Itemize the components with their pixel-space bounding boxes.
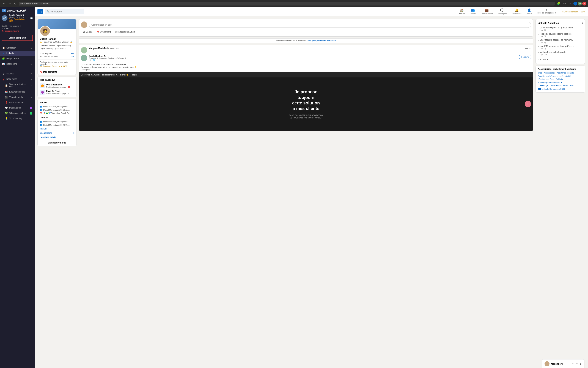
evenements-title[interactable]: Événements xyxy=(40,132,52,134)
sidebar-item-settings[interactable]: ⚙ Settings ▼ xyxy=(0,71,35,76)
messagerie-compose-icon[interactable]: ✏ xyxy=(576,362,578,365)
premium-button[interactable]: Réactivez Premium : - 50 % xyxy=(561,11,585,13)
solutions-link[interactable]: Solutions professionnelles ▾ xyxy=(538,81,583,84)
user-avatar-sn[interactable]: SN xyxy=(578,2,582,6)
pubs-link[interactable]: Préférences Pubs xyxy=(538,78,554,80)
browser-controls: 🧩 Auto + Li SN R xyxy=(556,2,586,6)
pages-title: Mes pages (2) xyxy=(40,79,74,81)
post-dots-icon[interactable]: ••• xyxy=(525,47,528,50)
sidebar-item-weekly-invitations[interactable]: 📋 Weekly invitations limit ↗ xyxy=(0,82,35,89)
sidebar-item-message-us[interactable]: 💬 Message us ⬤ xyxy=(0,105,35,110)
sidebar-item-dashboard[interactable]: 📊 Dashboard ▼ xyxy=(0,61,35,67)
post-action-article[interactable]: 📰 Rédiger un article xyxy=(113,30,137,34)
feed-selector-link[interactable]: Les plus pertinents d'abord ▼ xyxy=(308,40,336,42)
sidebar-item-plugin-store[interactable]: 🧩 Plug-in Store xyxy=(0,56,35,61)
nav-item-notifications[interactable]: 🔔 Notifications xyxy=(509,7,524,16)
infos-link[interactable]: Infos xyxy=(538,72,542,74)
follow-button[interactable]: + Suivre xyxy=(519,55,531,59)
nav-item-emploi[interactable]: 💼 Offres d'emploi xyxy=(478,7,495,16)
sidebar-item-tip-of-day[interactable]: 💡 Tip of the day xyxy=(0,116,35,121)
user-avatar-li[interactable]: Li xyxy=(573,2,577,6)
premium-link[interactable]: 🏅 Réactivez Premium : - 50 % xyxy=(40,65,74,67)
groupes-see-all[interactable]: Tout voir xyxy=(40,127,74,130)
my-items[interactable]: 🔖 Mes éléments xyxy=(38,69,76,74)
messagerie-collapse-icon[interactable]: ▲ xyxy=(579,362,582,365)
evenements-section: Événements + xyxy=(40,131,74,135)
nav-item-reseau[interactable]: 👥 Réseau xyxy=(467,7,478,16)
search-input[interactable] xyxy=(51,10,79,13)
news-item-3[interactable]: • Une IRM pour percer les mystères ... i… xyxy=(538,44,583,50)
pub-link[interactable]: Publicité xyxy=(556,78,563,80)
new-tab-button[interactable]: + xyxy=(569,2,572,5)
nav-item-messagerie[interactable]: 💬 Messagerie xyxy=(495,7,509,16)
linkedin-logo: in xyxy=(37,9,43,14)
groupe-item-0[interactable]: 👥 Rédaction web, stratégie de... xyxy=(40,120,74,123)
weekly-icon: 📋 xyxy=(5,84,8,87)
groupes-header: Groupes xyxy=(40,116,74,119)
sidebar-item-need-help[interactable]: ❓ Need help? ▲ xyxy=(0,76,35,82)
profile-nav-icon: 👤 xyxy=(527,8,531,12)
tip-icon: 💡 xyxy=(5,117,8,120)
bullet-2: • xyxy=(538,39,538,42)
profile-avatar-wrap: 👩 xyxy=(38,26,76,37)
news-item-2[interactable]: • Une "sécurité sociale" de l'aliment...… xyxy=(538,38,583,44)
page-item-ods[interactable]: 🟠 O.D.S occitanie Notifications de la pa… xyxy=(40,83,74,89)
post-action-media[interactable]: 🖼 Médias xyxy=(81,30,94,34)
download-app-link[interactable]: Téléchargez l'application LinkedIn xyxy=(538,84,568,86)
news-see-more[interactable]: Voir plus ▼ xyxy=(538,57,583,61)
create-campaign-button[interactable]: Create campaign xyxy=(2,35,33,41)
messagerie-dots-icon[interactable]: ••• xyxy=(572,362,574,365)
sidebar-item-linkedin[interactable]: in LinkedIn xyxy=(0,51,35,56)
sidebar-item-whatsapp[interactable]: 💚 WhatsApp with us ⬤ xyxy=(0,110,35,116)
news-info-icon[interactable]: ℹ xyxy=(582,21,583,24)
address-bar[interactable] xyxy=(19,2,555,6)
plus-link[interactable]: Plus xyxy=(570,84,573,86)
extensions-button[interactable]: 🧩 xyxy=(556,2,561,5)
linkedin-icon: in xyxy=(2,52,5,55)
sidebar-nav: 📋 Campaign ▲ in LinkedIn 🧩 Plug-in Store… xyxy=(0,44,35,68)
sidebar-item-campaign[interactable]: 📋 Campaign ▲ xyxy=(0,45,35,51)
reload-button[interactable]: ↻ xyxy=(13,2,17,6)
post-input[interactable] xyxy=(89,22,531,28)
forward-button[interactable]: → xyxy=(8,2,12,6)
next-slide-button[interactable]: › xyxy=(525,101,531,107)
add-event-button[interactable]: + xyxy=(73,131,74,135)
news-item-4[interactable]: • Malbouffe en salle de garde il y a 17 … xyxy=(538,50,583,56)
nav-item-enterprise[interactable]: ⊞ Pour les entreprises ▾ xyxy=(535,7,559,16)
conditions-link[interactable]: Conditions générales et confidentialité xyxy=(538,75,583,77)
post-action-event[interactable]: 📅 Événement xyxy=(95,30,113,34)
profile-stat-views[interactable]: Vues du profil 116 xyxy=(40,53,74,55)
sidebar-item-ask-support[interactable]: ❓ Ask for support xyxy=(0,100,35,105)
profile-stat-impressions[interactable]: Impressions de posts 1 064 xyxy=(40,55,74,57)
post-close-icon[interactable]: ✕ xyxy=(529,47,531,50)
recent-item-1[interactable]: 👥 Digital Marketing & AI: SEO, ... xyxy=(40,108,74,111)
en-decouvrir[interactable]: En découvrir plus xyxy=(40,140,74,144)
groupe-item-1[interactable]: 👥 Digital Marketing & AI: SEO, ... xyxy=(40,123,74,127)
user-avatar-r[interactable]: R xyxy=(582,2,586,6)
recent-item-2[interactable]: 📅 🏅🌲🎾 Tournoi de Beach So... xyxy=(40,111,74,115)
stat-count: 0 of 150 xyxy=(2,28,33,30)
news-item-1[interactable]: • Pigment, nouvelle licorne tricolore il… xyxy=(538,32,583,38)
post-author-name[interactable]: Sarah Gache • 2e xyxy=(89,55,517,57)
recent-item-0[interactable]: 👥 Rédaction web, stratégie de... xyxy=(40,105,74,108)
back-button[interactable]: ← xyxy=(2,2,6,6)
nav-item-vous[interactable]: 👤 Vous ▾ xyxy=(524,7,535,16)
nav-item-accueil[interactable]: 🏠 Accueil xyxy=(456,7,467,16)
sidebar-item-knowledge-base[interactable]: 📚 Knowledge base ↗ xyxy=(0,89,35,94)
author-avatar xyxy=(81,55,87,61)
notify-person[interactable]: Morgane Marti-Paris xyxy=(89,47,109,50)
accessibility-link[interactable]: Accessibilité xyxy=(544,72,555,74)
page-item-paye[interactable]: 🟣 Paye Ta Fleur Notifications de la page… xyxy=(40,89,74,95)
see-more-link[interactable]: ...voir plus xyxy=(81,69,90,71)
post-image-text: Je propose toujours cette solution à mes… xyxy=(285,85,327,123)
assistance-link[interactable]: Assistance clientèle xyxy=(557,72,574,74)
sidebar-item-video-tutorials[interactable]: 🎬 Video tutorials ↗ xyxy=(0,94,35,100)
feed-selector[interactable]: Sélectionner la vue du fil d'actualité :… xyxy=(79,38,533,43)
help-icon: ❓ xyxy=(2,78,5,81)
user-license: 14 days Pro license xyxy=(9,16,29,18)
profile-name[interactable]: Cécile Panzani xyxy=(40,37,74,40)
news-item-0[interactable]: • Le tourisme sportif en grande forme il… xyxy=(538,26,583,32)
hashtags-label[interactable]: Hashtags suivis xyxy=(40,136,56,138)
nav-label-accueil: Accueil xyxy=(459,13,465,15)
messagerie-label[interactable]: Messagerie xyxy=(551,362,570,365)
